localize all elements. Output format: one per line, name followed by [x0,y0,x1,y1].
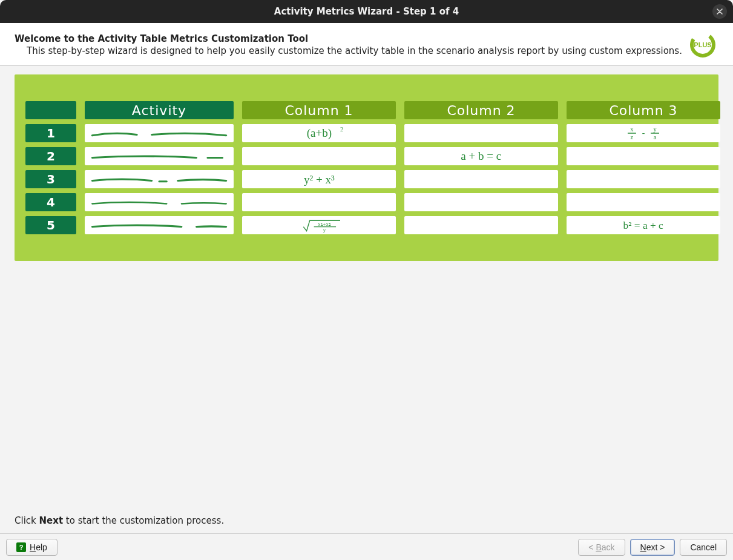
svg-text:2: 2 [340,126,343,133]
formula-fraction-icon: x z - y a [612,125,675,141]
instruction-text: Click Next to start the customization pr… [15,515,224,526]
column-header-2: Column 2 [404,101,558,119]
wizard-title: Welcome to the Activity Table Metrics Cu… [15,33,682,44]
formula-cell: a + b = c [404,147,558,165]
cplus-logo-icon: PLUS [689,31,716,58]
next-button[interactable]: Next > [630,539,675,556]
empty-cell [242,147,396,165]
row-label: 1 [25,124,76,142]
activity-cell [85,124,234,142]
svg-text:a + b = c: a + b = c [461,150,502,162]
row-label: 4 [25,193,76,211]
help-icon: ? [16,542,26,552]
row-label: 5 [25,216,76,234]
svg-text:y² + x³: y² + x³ [304,173,335,186]
help-button[interactable]: ? Help [6,539,58,556]
placeholder-line-icon [85,194,234,210]
placeholder-line-icon [85,125,234,141]
formula-cell: (a+b)2 [242,124,396,142]
svg-text:z: z [631,134,634,140]
empty-cell [567,193,720,211]
activity-cell [85,193,234,211]
activity-cell [85,170,234,188]
placeholder-line-icon [85,171,234,187]
wizard-content: Activity Column 1 Column 2 Column 3 1 (a… [0,66,733,261]
activity-cell [85,147,234,165]
column-header-3: Column 3 [567,101,720,119]
formula-cell: x z - y a [567,124,720,142]
formula-sqrt-fraction-icon: x₁+x₂ y [277,217,361,233]
instruction-prefix: Click [15,515,39,526]
help-label-rest: elp [36,542,47,552]
placeholder-line-icon [85,148,234,164]
window-title: Activity Metrics Wizard - Step 1 of 4 [274,6,459,17]
wizard-header: Welcome to the Activity Table Metrics Cu… [0,23,733,66]
svg-text:x: x [630,126,634,133]
formula-y2-x3-icon: y² + x³ [277,171,361,187]
svg-text:b² = a + c: b² = a + c [623,220,663,231]
empty-cell [404,124,558,142]
column-header-1: Column 1 [242,101,396,119]
row-label: 3 [25,170,76,188]
back-button: < Back [578,539,625,556]
column-header-activity: Activity [85,101,234,119]
row-label: 2 [25,147,76,165]
formula-cell: x₁+x₂ y [242,216,396,234]
svg-text:y: y [653,126,657,133]
empty-cell [242,193,396,211]
formula-cell: b² = a + c [567,216,720,234]
close-icon [717,8,723,15]
formula-a-plus-b-equals-c-icon: a + b = c [429,148,533,164]
wizard-button-bar: ? Help < Back Next > Cancel [0,533,733,560]
empty-cell [567,147,720,165]
activity-table-illustration: Activity Column 1 Column 2 Column 3 1 (a… [15,74,718,261]
table-corner-cell [25,101,76,119]
empty-cell [404,216,558,234]
activity-cell [85,216,234,234]
empty-cell [404,193,558,211]
svg-text:PLUS: PLUS [694,41,711,48]
formula-a-plus-b-squared-icon: (a+b)2 [277,125,361,141]
formula-b2-equals-a-plus-c-icon: b² = a + c [591,217,695,233]
instruction-suffix: to start the customization process. [63,515,224,526]
cancel-label: Cancel [690,542,717,552]
wizard-subtitle: This step-by-step wizard is designed to … [27,45,682,56]
instruction-bold: Next [39,515,64,526]
window-titlebar: Activity Metrics Wizard - Step 1 of 4 [0,0,733,23]
svg-text:-: - [642,128,645,137]
window-close-button[interactable] [712,4,727,19]
svg-text:y: y [323,227,326,233]
svg-text:a: a [654,134,657,140]
svg-text:x₁+x₂: x₁+x₂ [318,221,331,227]
formula-cell: y² + x³ [242,170,396,188]
cancel-button[interactable]: Cancel [680,539,727,556]
placeholder-line-icon [85,217,234,233]
activity-table-grid: Activity Column 1 Column 2 Column 3 1 (a… [25,101,708,234]
empty-cell [404,170,558,188]
svg-text:(a+b): (a+b) [306,127,331,140]
wizard-header-text: Welcome to the Activity Table Metrics Cu… [15,33,682,56]
empty-cell [567,170,720,188]
